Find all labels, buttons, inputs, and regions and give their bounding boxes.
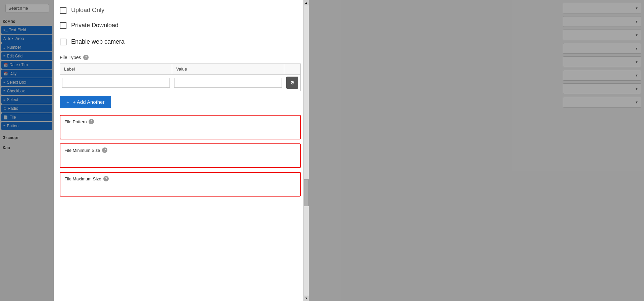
file-types-table: Label Value [60,63,301,91]
upload-only-checkbox[interactable] [60,7,66,14]
private-download-label: Private Download [71,22,118,29]
private-download-row: Private Download [60,22,301,29]
enable-webcam-row: Enable web camera [60,38,301,45]
modal: Upload Only Private Download Enable web … [54,0,309,301]
label-input[interactable] [62,78,170,88]
scrollbar-down-button[interactable]: ▼ [304,296,309,301]
col-actions [284,64,301,75]
file-pattern-input[interactable]: application/pdf,image/jpeg,image/png [64,127,296,135]
value-input[interactable] [174,78,282,88]
scrollbar-track [304,5,309,296]
file-types-help-icon[interactable]: ? [83,55,89,60]
table-row: ⚙ [60,75,301,91]
gear-icon: ⚙ [290,80,295,85]
delete-row-button[interactable]: ⚙ [286,77,298,89]
upload-only-label: Upload Only [71,7,104,14]
file-max-size-input[interactable]: 50MB [64,184,296,192]
add-another-button[interactable]: + + Add Another [60,96,111,108]
file-max-size-section: File Maximum Size ? 50MB [60,172,301,197]
label-cell [60,75,172,91]
file-types-label: File Types ? [60,55,301,60]
file-min-size-label: File Minimum Size ? [64,147,296,153]
file-min-size-section: File Minimum Size ? 0KB [60,143,301,168]
scrollbar-up-button[interactable]: ▲ [304,0,309,5]
file-min-size-help-icon[interactable]: ? [102,147,107,153]
value-cell [172,75,284,91]
file-pattern-label: File Pattern ? [64,119,296,124]
file-max-size-help-icon[interactable]: ? [103,176,109,181]
action-cell: ⚙ [284,75,301,91]
modal-scroll-content[interactable]: Upload Only Private Download Enable web … [54,0,309,301]
file-min-size-input[interactable]: 0KB [64,156,296,164]
private-download-checkbox[interactable] [60,22,66,29]
file-max-size-label: File Maximum Size ? [64,176,296,181]
scrollbar-thumb[interactable] [304,179,309,206]
col-label: Label [60,64,172,75]
plus-icon: + [66,99,69,105]
upload-only-row: Upload Only [60,7,301,14]
modal-overlay: Upload Only Private Download Enable web … [0,0,644,301]
enable-webcam-checkbox[interactable] [60,39,66,45]
file-pattern-section: File Pattern ? application/pdf,image/jpe… [60,115,301,139]
col-value: Value [172,64,284,75]
modal-scrollbar: ▲ ▼ [303,0,309,301]
file-pattern-help-icon[interactable]: ? [89,119,94,124]
enable-webcam-label: Enable web camera [71,38,125,45]
